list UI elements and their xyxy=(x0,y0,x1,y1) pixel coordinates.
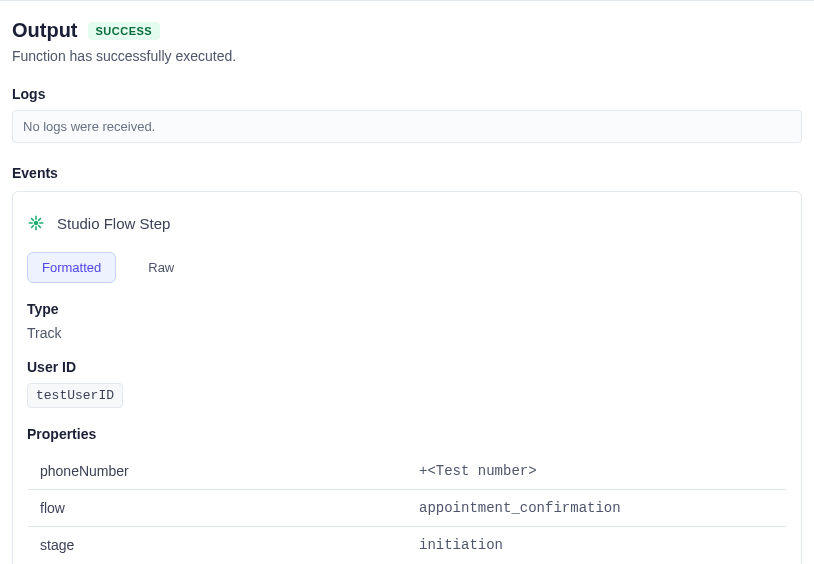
events-card: Studio Flow Step Formatted Raw Type Trac… xyxy=(12,191,802,564)
property-value: initiation xyxy=(407,527,787,564)
tab-formatted[interactable]: Formatted xyxy=(27,252,116,283)
property-key: flow xyxy=(28,490,408,527)
logs-empty-message: No logs were received. xyxy=(12,110,802,143)
property-key: phoneNumber xyxy=(28,453,408,490)
property-value: appointment_confirmation xyxy=(407,490,787,527)
table-row: stageinitiation xyxy=(28,527,787,564)
type-value: Track xyxy=(27,325,787,341)
table-row: phoneNumber+<Test number> xyxy=(28,453,787,490)
logs-heading: Logs xyxy=(12,86,802,102)
property-value: +<Test number> xyxy=(407,453,787,490)
event-title: Studio Flow Step xyxy=(57,215,170,232)
property-key: stage xyxy=(28,527,408,564)
tab-raw[interactable]: Raw xyxy=(134,253,188,282)
user-id-label: User ID xyxy=(27,359,787,375)
view-tabs: Formatted Raw xyxy=(27,252,787,283)
properties-label: Properties xyxy=(27,426,787,442)
type-label: Type xyxy=(27,301,787,317)
output-subtitle: Function has successfully executed. xyxy=(12,48,802,64)
events-heading: Events xyxy=(12,165,802,181)
status-badge: SUCCESS xyxy=(88,22,161,40)
output-title: Output xyxy=(12,19,78,42)
user-id-value: testUserID xyxy=(27,383,123,408)
table-row: flowappointment_confirmation xyxy=(28,490,787,527)
svg-point-0 xyxy=(34,221,39,226)
properties-table: phoneNumber+<Test number>flowappointment… xyxy=(27,452,787,564)
target-icon xyxy=(27,214,45,232)
